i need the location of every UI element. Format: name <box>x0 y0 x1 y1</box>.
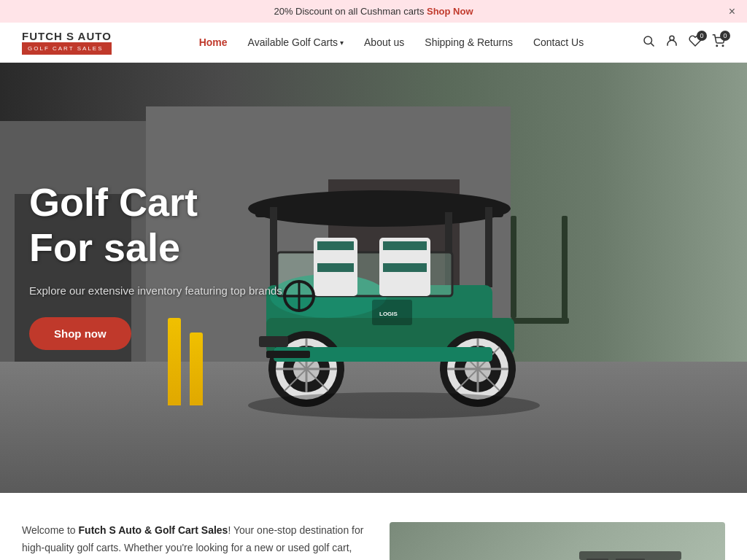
nav-home[interactable]: Home <box>199 36 228 48</box>
logo-box: GOLF CART SALES <box>22 42 112 55</box>
wishlist-count: 0 <box>697 31 707 41</box>
cart-button[interactable]: 0 <box>712 34 725 51</box>
account-button[interactable] <box>665 34 678 51</box>
svg-line-1 <box>651 43 654 46</box>
svg-rect-21 <box>317 274 354 283</box>
svg-rect-20 <box>317 263 354 272</box>
announcement-close-button[interactable]: × <box>729 5 735 18</box>
user-icon <box>665 34 678 47</box>
shop-now-button[interactable]: Shop now <box>29 317 131 350</box>
welcome-text: Welcome to Futch S Auto & Golf Cart Sale… <box>22 522 368 560</box>
logo[interactable]: FUTCH S AUTO GOLF CART SALES <box>22 30 112 55</box>
announcement-text: 20% Discount on all Cushman carts <box>274 6 427 17</box>
header-icons: 0 0 <box>642 34 725 51</box>
logo-brand-text: FUTCH S AUTO <box>22 30 112 42</box>
svg-point-3 <box>716 45 718 47</box>
nav-available-carts[interactable]: Available Golf Carts ▾ <box>248 36 344 48</box>
search-button[interactable] <box>642 34 655 51</box>
svg-rect-25 <box>383 263 427 272</box>
hero-section: LOGIS Golf Cart For sale Explore our ext… <box>0 63 747 493</box>
svg-point-4 <box>722 45 724 47</box>
svg-rect-11 <box>511 318 569 324</box>
svg-rect-12 <box>562 216 568 324</box>
svg-point-0 <box>644 36 652 44</box>
svg-point-51 <box>248 392 540 419</box>
svg-rect-48 <box>266 351 310 358</box>
welcome-cart-silhouette <box>565 537 711 560</box>
hero-title: Golf Cart For sale <box>29 179 282 270</box>
wishlist-button[interactable]: 0 <box>689 34 702 51</box>
nav-shipping[interactable]: Shipping & Returns <box>425 36 513 48</box>
svg-point-2 <box>670 36 674 40</box>
main-nav: Home Available Golf Carts ▾ About us Shi… <box>141 36 642 48</box>
svg-rect-19 <box>317 252 354 261</box>
cart-count: 0 <box>720 31 730 41</box>
svg-rect-26 <box>383 274 427 283</box>
svg-rect-23 <box>383 241 427 250</box>
logo-sub-text: GOLF CART SALES <box>28 45 106 52</box>
svg-text:LOGIS: LOGIS <box>379 311 398 317</box>
hero-content: Golf Cart For sale Explore our extensive… <box>29 179 282 350</box>
nav-contact[interactable]: Contact Us <box>533 36 584 48</box>
header: FUTCH S AUTO GOLF CART SALES Home Availa… <box>0 23 747 63</box>
announcement-bar: 20% Discount on all Cushman carts Shop N… <box>0 0 747 23</box>
svg-rect-6 <box>255 207 503 217</box>
welcome-image <box>390 522 725 560</box>
welcome-paragraph: Welcome to Futch S Auto & Golf Cart Sale… <box>22 522 368 560</box>
chevron-down-icon: ▾ <box>340 39 344 47</box>
announcement-shop-now-link[interactable]: Shop Now <box>427 6 473 17</box>
svg-rect-10 <box>511 216 516 318</box>
welcome-section: Welcome to Futch S Auto & Golf Cart Sale… <box>0 493 747 560</box>
search-icon <box>642 34 655 47</box>
svg-rect-18 <box>317 241 354 250</box>
nav-about[interactable]: About us <box>364 36 404 48</box>
svg-rect-8 <box>485 207 492 287</box>
svg-rect-24 <box>383 252 427 261</box>
hero-subtitle: Explore our extensive inventory featurin… <box>29 284 282 297</box>
